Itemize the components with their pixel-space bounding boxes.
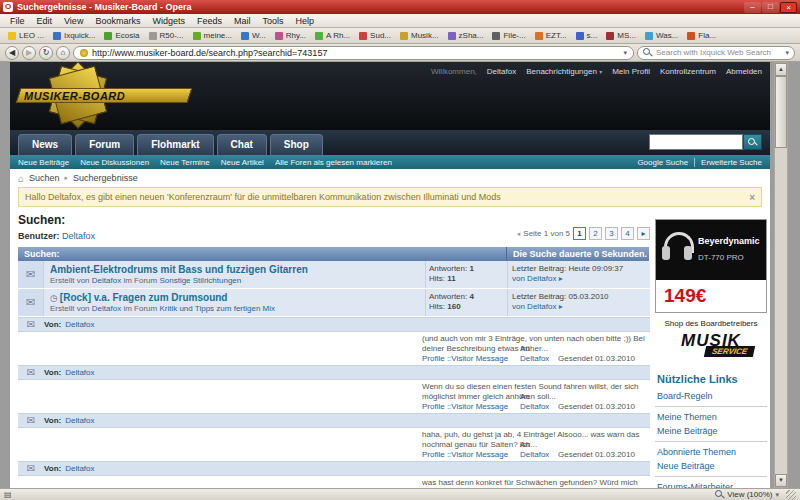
tab-shop[interactable]: Shop bbox=[270, 134, 323, 155]
scroll-up-button[interactable]: ▲ bbox=[775, 63, 787, 76]
forum-search-input[interactable] bbox=[649, 134, 743, 150]
bookmark-item[interactable]: s... bbox=[572, 30, 602, 41]
message-author-link[interactable]: Deltafox bbox=[65, 416, 94, 425]
benutzer-link[interactable]: Deltafox bbox=[62, 231, 95, 241]
menu-help[interactable]: Help bbox=[289, 16, 320, 26]
back-button[interactable]: ◀ bbox=[5, 46, 19, 60]
neue-beitraege-link[interactable]: Neue Beiträge bbox=[18, 158, 69, 167]
zoom-control[interactable]: View (100%) ▾ bbox=[715, 490, 796, 500]
resize-grip[interactable] bbox=[786, 490, 796, 500]
bookmark-item[interactable]: Was... bbox=[641, 30, 682, 41]
message-author-link[interactable]: Deltafox bbox=[65, 320, 94, 329]
page-3-button[interactable]: 3 bbox=[605, 227, 618, 240]
neue-artikel-link[interactable]: Neue Artikel bbox=[221, 158, 264, 167]
message-profile-links[interactable]: Profile ::Visitor Message bbox=[422, 450, 508, 459]
tab-chat[interactable]: Chat bbox=[217, 134, 267, 155]
menu-feeds[interactable]: Feeds bbox=[191, 16, 228, 26]
web-search-field[interactable]: ▾ bbox=[637, 46, 795, 60]
bookmark-item[interactable]: Sud... bbox=[355, 30, 395, 41]
scroll-down-button[interactable]: ▼ bbox=[775, 474, 787, 487]
message-profile-links[interactable]: Profile ::Visitor Message bbox=[422, 402, 508, 411]
menu-file[interactable]: File bbox=[4, 16, 31, 26]
recipient-link[interactable]: Deltafox bbox=[520, 354, 549, 363]
tab-news[interactable]: News bbox=[18, 134, 72, 155]
forward-button[interactable]: ▶ bbox=[22, 46, 36, 60]
forum-search-button[interactable] bbox=[743, 134, 762, 150]
page-1-button[interactable]: 1 bbox=[573, 227, 586, 240]
breadcrumb-suchen-link[interactable]: Suchen bbox=[29, 173, 60, 183]
message-profile-links[interactable]: Profile ::Visitor Message bbox=[422, 354, 508, 363]
zoom-dropdown-icon[interactable]: ▾ bbox=[775, 491, 779, 499]
menu-widgets[interactable]: Widgets bbox=[146, 16, 191, 26]
bookmark-item[interactable]: meine... bbox=[189, 30, 236, 41]
musiker-board-logo[interactable]: MUSIKER-BOARD bbox=[18, 64, 193, 128]
page-4-button[interactable]: 4 bbox=[621, 227, 634, 240]
musik-service-logo[interactable]: MUSIK SERVICE bbox=[664, 331, 758, 363]
panels-toggle-icon[interactable]: ▤ bbox=[4, 490, 12, 499]
web-search-input[interactable] bbox=[656, 48, 781, 57]
bookmark-item[interactable]: zSha... bbox=[444, 30, 488, 41]
google-suche-link[interactable]: Google Suche bbox=[637, 158, 688, 167]
home-icon[interactable]: ⌂ bbox=[18, 174, 24, 183]
neue-diskussionen-link[interactable]: Neue Diskussionen bbox=[80, 158, 149, 167]
home-button[interactable]: ⌂ bbox=[56, 46, 70, 60]
sidebar-link-abonnierte-themen[interactable]: Abonnierte Themen bbox=[655, 445, 767, 459]
thread-forum-link[interactable]: Kritik und Tipps zum fertigen Mix bbox=[159, 304, 275, 313]
url-field[interactable]: ▾ bbox=[73, 46, 634, 60]
abmelden-link[interactable]: Abmelden bbox=[726, 67, 762, 76]
menu-mail[interactable]: Mail bbox=[228, 16, 257, 26]
menu-edit[interactable]: Edit bbox=[31, 16, 59, 26]
announcement-close-icon[interactable]: × bbox=[749, 193, 755, 202]
bookmark-item[interactable]: Ecosia bbox=[100, 30, 143, 41]
tab-forum[interactable]: Forum bbox=[75, 134, 134, 155]
bookmark-item[interactable]: A Rh... bbox=[311, 30, 354, 41]
bookmark-item[interactable]: R50-... bbox=[145, 30, 188, 41]
bookmark-item[interactable]: EZT... bbox=[531, 30, 571, 41]
headphones-ad-banner[interactable]: Beyerdynamic DT-770 PRO 149€ bbox=[655, 219, 767, 313]
bookmark-item[interactable]: LEO ... bbox=[4, 30, 48, 41]
message-author-link[interactable]: Deltafox bbox=[65, 464, 94, 473]
bookmark-item[interactable]: Ixquick... bbox=[49, 30, 100, 41]
message-author-link[interactable]: Deltafox bbox=[65, 368, 94, 377]
thread-author-link[interactable]: Deltafox bbox=[92, 276, 121, 285]
maximize-button[interactable]: □ bbox=[762, 2, 779, 13]
neue-termine-link[interactable]: Neue Termine bbox=[160, 158, 210, 167]
goto-last-post-icon[interactable]: ▸ bbox=[559, 302, 563, 311]
recipient-link[interactable]: Deltafox bbox=[520, 402, 549, 411]
bookmark-item[interactable]: Musik... bbox=[396, 30, 443, 41]
bookmark-item[interactable]: W... bbox=[237, 30, 270, 41]
username-link[interactable]: Deltafox bbox=[487, 67, 516, 76]
url-input[interactable] bbox=[92, 48, 619, 58]
bookmark-item[interactable]: Rhy... bbox=[271, 30, 310, 41]
kontrollzentrum-link[interactable]: Kontrollzentrum bbox=[660, 67, 716, 76]
sidebar-link-forums-mitarbeiter[interactable]: Forums-Mitarbeiter bbox=[655, 480, 767, 488]
goto-last-post-icon[interactable]: ▸ bbox=[559, 274, 563, 283]
reload-button[interactable]: ↻ bbox=[39, 46, 53, 60]
close-button[interactable]: × bbox=[780, 2, 797, 13]
recipient-link[interactable]: Deltafox bbox=[520, 450, 549, 459]
page-2-button[interactable]: 2 bbox=[589, 227, 602, 240]
bookmark-item[interactable]: Fla... bbox=[683, 30, 720, 41]
thread-author-link[interactable]: Deltafox bbox=[92, 304, 121, 313]
thread-forum-link[interactable]: Sonstige Stilrichtungen bbox=[159, 276, 241, 285]
url-dropdown-icon[interactable]: ▾ bbox=[623, 49, 627, 57]
menu-bookmarks[interactable]: Bookmarks bbox=[89, 16, 146, 26]
bookmark-item[interactable]: MS... bbox=[602, 30, 640, 41]
bookmark-item[interactable]: File-... bbox=[488, 30, 529, 41]
menu-view[interactable]: View bbox=[58, 16, 89, 26]
vertical-scrollbar[interactable]: ▲ ▼ bbox=[774, 62, 788, 488]
next-page-button[interactable]: ▸ bbox=[637, 227, 650, 240]
minimize-button[interactable]: – bbox=[744, 2, 761, 13]
tab-flohmarkt[interactable]: Flohmarkt bbox=[137, 134, 213, 155]
thread-title-link[interactable]: Ambient-Elektrodrums mit Bass und fuzzig… bbox=[50, 264, 419, 275]
menu-tools[interactable]: Tools bbox=[256, 16, 289, 26]
sidebar-link-meine-themen[interactable]: Meine Themen bbox=[655, 410, 767, 424]
sidebar-link-neue-beitraege[interactable]: Neue Beiträge bbox=[655, 459, 767, 473]
last-post-author-link[interactable]: von Deltafox bbox=[512, 274, 556, 283]
search-engine-dropdown-icon[interactable]: ▾ bbox=[785, 49, 789, 57]
erweiterte-suche-link[interactable]: Erweiterte Suche bbox=[694, 158, 762, 167]
mein-profil-link[interactable]: Mein Profil bbox=[612, 67, 650, 76]
sidebar-link-meine-beitraege[interactable]: Meine Beiträge bbox=[655, 424, 767, 438]
alle-gelesen-link[interactable]: Alle Foren als gelesen markieren bbox=[275, 158, 392, 167]
sidebar-link-board-regeln[interactable]: Board-Regeln bbox=[655, 389, 767, 403]
